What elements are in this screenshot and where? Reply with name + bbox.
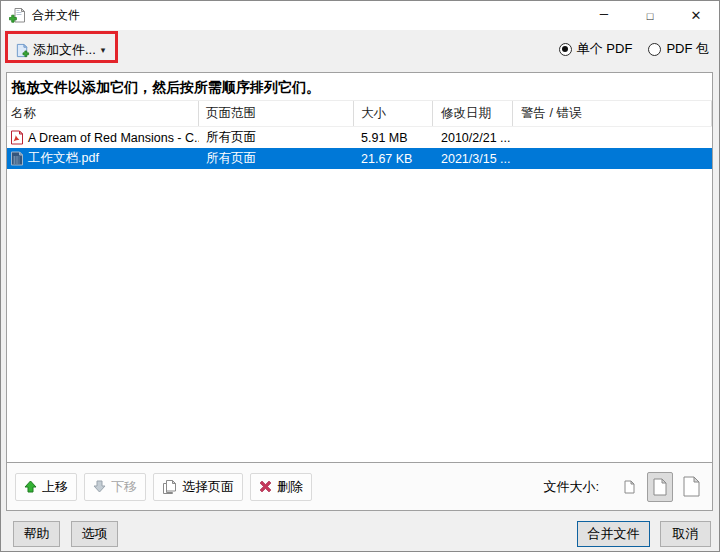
radio-single-pdf[interactable]: 单个 PDF [559, 40, 633, 58]
panel-toolbar: 上移 下移 选择页面 删除 [7, 462, 712, 510]
choose-pages-icon [162, 479, 177, 494]
column-header-size[interactable]: 大小 [354, 101, 433, 126]
help-button[interactable]: 帮助 [13, 521, 60, 547]
file-warnings [513, 127, 712, 148]
file-size-medium-button[interactable] [647, 472, 673, 502]
radio-single-pdf-label: 单个 PDF [577, 40, 633, 58]
window-title: 合并文件 [32, 7, 80, 24]
table-row-selected[interactable]: 工作文档.pdf 所有页面 21.67 KB 2021/3/15 ... [7, 148, 712, 169]
table-header: 名称 页面范围 大小 修改日期 警告 / 错误 [7, 101, 712, 127]
titlebar: 合并文件 – □ ✕ [1, 1, 719, 30]
choose-pages-label: 选择页面 [182, 478, 234, 496]
toolbar: 添加文件... ▾ 单个 PDF PDF 包 [1, 30, 719, 72]
combine-files-dialog: 合并文件 – □ ✕ 添加文件... ▾ 单个 PDF PDF 包 [0, 0, 720, 552]
move-down-button[interactable]: 下移 [84, 473, 146, 501]
add-file-icon [15, 43, 30, 58]
up-arrow-icon [24, 480, 37, 493]
drop-hint-text: 拖放文件以添加它们，然后按所需顺序排列它们。 [7, 73, 712, 101]
column-header-pages[interactable]: 页面范围 [199, 101, 354, 126]
add-files-button[interactable]: 添加文件... ▾ [11, 37, 109, 63]
add-files-label: 添加文件... [33, 41, 96, 59]
move-up-button[interactable]: 上移 [15, 473, 77, 501]
column-header-warnings[interactable]: 警告 / 错误 [513, 101, 712, 126]
file-size-label: 文件大小: [543, 478, 599, 496]
file-size: 5.91 MB [354, 127, 433, 148]
output-type-radios: 单个 PDF PDF 包 [559, 40, 709, 58]
close-button[interactable]: ✕ [673, 1, 719, 30]
remove-label: 删除 [277, 478, 303, 496]
cancel-button[interactable]: 取消 [660, 521, 711, 547]
medium-page-icon [653, 478, 667, 496]
file-name: 工作文档.pdf [28, 150, 99, 167]
minimize-button[interactable]: – [581, 1, 627, 30]
radio-selected-icon [559, 43, 572, 56]
table-row[interactable]: A Dream of Red Mansions - C... 所有页面 5.91… [7, 127, 712, 148]
file-page-range: 所有页面 [199, 148, 354, 169]
move-down-label: 下移 [111, 478, 137, 496]
file-modified-date: 2010/2/21 ... [433, 127, 513, 148]
doc-file-icon [9, 151, 24, 166]
remove-x-icon [259, 480, 272, 493]
choose-pages-button[interactable]: 选择页面 [153, 473, 243, 501]
footer: 帮助 选项 合并文件 取消 [1, 511, 719, 551]
remove-button[interactable]: 删除 [250, 473, 312, 501]
radio-pdf-portfolio[interactable]: PDF 包 [648, 40, 709, 58]
file-warnings [513, 148, 712, 169]
dropdown-arrow-icon: ▾ [101, 45, 106, 55]
combine-files-app-icon [9, 7, 26, 24]
pdf-file-icon [9, 130, 24, 145]
file-page-range: 所有页面 [199, 127, 354, 148]
radio-unselected-icon [648, 43, 661, 56]
file-name: A Dream of Red Mansions - C... [28, 131, 199, 145]
file-list-panel: 拖放文件以添加它们，然后按所需顺序排列它们。 名称 页面范围 大小 修改日期 警… [6, 72, 713, 511]
file-size-small-button[interactable] [616, 472, 642, 502]
large-page-icon [683, 476, 700, 497]
column-header-name[interactable]: 名称 [7, 101, 199, 126]
file-size: 21.67 KB [354, 148, 433, 169]
maximize-button[interactable]: □ [627, 1, 673, 30]
file-size-large-button[interactable] [678, 472, 704, 502]
file-modified-date: 2021/3/15 ... [433, 148, 513, 169]
options-button[interactable]: 选项 [71, 521, 118, 547]
down-arrow-icon [93, 480, 106, 493]
column-header-modified[interactable]: 修改日期 [433, 101, 513, 126]
radio-pdf-portfolio-label: PDF 包 [666, 40, 709, 58]
move-up-label: 上移 [42, 478, 68, 496]
file-size-selector: 文件大小: [543, 472, 704, 502]
small-page-icon [624, 480, 635, 494]
combine-files-button[interactable]: 合并文件 [577, 521, 650, 547]
